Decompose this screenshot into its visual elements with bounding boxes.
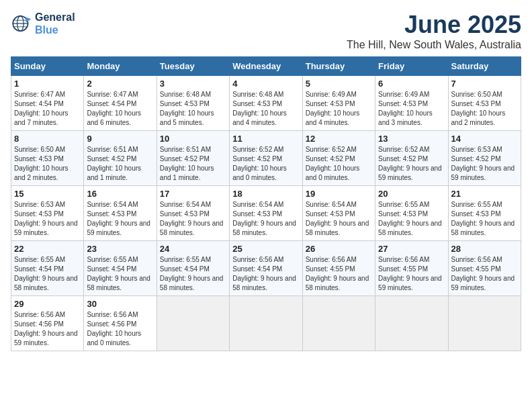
logo-text: General Blue	[35, 11, 75, 36]
calendar-cell	[157, 296, 229, 351]
day-number: 25	[232, 244, 299, 254]
calendar-week-row: 1Sunrise: 6:47 AM Sunset: 4:54 PM Daylig…	[11, 76, 521, 131]
day-header-saturday: Saturday	[448, 57, 521, 76]
calendar-table: SundayMondayTuesdayWednesdayThursdayFrid…	[11, 56, 521, 351]
day-number: 22	[14, 244, 81, 254]
day-info: Sunrise: 6:55 AM Sunset: 4:54 PM Dayligh…	[87, 255, 153, 293]
day-number: 11	[232, 134, 299, 144]
day-header-sunday: Sunday	[11, 57, 84, 76]
day-number: 1	[14, 79, 81, 89]
calendar-cell: 28Sunrise: 6:56 AM Sunset: 4:55 PM Dayli…	[448, 241, 521, 296]
day-info: Sunrise: 6:49 AM Sunset: 4:53 PM Dayligh…	[378, 90, 445, 128]
calendar-cell	[302, 296, 375, 351]
day-info: Sunrise: 6:56 AM Sunset: 4:55 PM Dayligh…	[378, 255, 445, 293]
header: General Blue June 2025 The Hill, New Sou…	[11, 11, 521, 51]
day-number: 18	[232, 189, 299, 199]
day-number: 20	[378, 189, 445, 199]
calendar-title: June 2025	[347, 11, 521, 39]
day-number: 17	[160, 189, 226, 199]
calendar-cell: 23Sunrise: 6:55 AM Sunset: 4:54 PM Dayli…	[84, 241, 157, 296]
day-number: 16	[87, 189, 153, 199]
day-number: 29	[14, 299, 81, 309]
calendar-cell: 7Sunrise: 6:50 AM Sunset: 4:53 PM Daylig…	[448, 76, 521, 131]
day-header-monday: Monday	[84, 57, 157, 76]
calendar-cell: 26Sunrise: 6:56 AM Sunset: 4:55 PM Dayli…	[302, 241, 375, 296]
day-info: Sunrise: 6:54 AM Sunset: 4:53 PM Dayligh…	[160, 200, 226, 238]
day-info: Sunrise: 6:55 AM Sunset: 4:53 PM Dayligh…	[451, 200, 518, 238]
day-info: Sunrise: 6:48 AM Sunset: 4:53 PM Dayligh…	[160, 90, 226, 128]
day-header-thursday: Thursday	[302, 57, 375, 76]
calendar-cell: 22Sunrise: 6:55 AM Sunset: 4:54 PM Dayli…	[11, 241, 84, 296]
day-number: 3	[160, 79, 226, 89]
day-info: Sunrise: 6:52 AM Sunset: 4:52 PM Dayligh…	[378, 145, 445, 183]
calendar-cell: 14Sunrise: 6:53 AM Sunset: 4:52 PM Dayli…	[448, 131, 521, 186]
day-number: 30	[87, 299, 153, 309]
calendar-cell: 30Sunrise: 6:56 AM Sunset: 4:56 PM Dayli…	[84, 296, 157, 351]
day-info: Sunrise: 6:51 AM Sunset: 4:52 PM Dayligh…	[87, 145, 153, 183]
day-number: 26	[306, 244, 372, 254]
calendar-cell: 16Sunrise: 6:54 AM Sunset: 4:53 PM Dayli…	[84, 186, 157, 241]
calendar-week-row: 22Sunrise: 6:55 AM Sunset: 4:54 PM Dayli…	[11, 241, 521, 296]
day-info: Sunrise: 6:53 AM Sunset: 4:52 PM Dayligh…	[451, 145, 518, 183]
day-info: Sunrise: 6:56 AM Sunset: 4:55 PM Dayligh…	[451, 255, 518, 293]
day-number: 4	[232, 79, 299, 89]
day-info: Sunrise: 6:56 AM Sunset: 4:56 PM Dayligh…	[87, 310, 153, 348]
calendar-cell: 18Sunrise: 6:54 AM Sunset: 4:53 PM Dayli…	[230, 186, 302, 241]
calendar-cell: 9Sunrise: 6:51 AM Sunset: 4:52 PM Daylig…	[84, 131, 157, 186]
day-info: Sunrise: 6:55 AM Sunset: 4:53 PM Dayligh…	[378, 200, 445, 238]
calendar-cell: 27Sunrise: 6:56 AM Sunset: 4:55 PM Dayli…	[375, 241, 448, 296]
day-number: 15	[14, 189, 81, 199]
day-info: Sunrise: 6:55 AM Sunset: 4:54 PM Dayligh…	[160, 255, 226, 293]
calendar-header-row: SundayMondayTuesdayWednesdayThursdayFrid…	[11, 57, 521, 76]
calendar-cell: 11Sunrise: 6:52 AM Sunset: 4:52 PM Dayli…	[230, 131, 302, 186]
day-header-wednesday: Wednesday	[230, 57, 302, 76]
day-info: Sunrise: 6:56 AM Sunset: 4:56 PM Dayligh…	[14, 310, 81, 348]
day-info: Sunrise: 6:56 AM Sunset: 4:54 PM Dayligh…	[232, 255, 299, 293]
calendar-cell	[230, 296, 302, 351]
day-info: Sunrise: 6:52 AM Sunset: 4:52 PM Dayligh…	[232, 145, 299, 183]
day-number: 7	[451, 79, 518, 89]
day-info: Sunrise: 6:50 AM Sunset: 4:53 PM Dayligh…	[451, 90, 518, 128]
calendar-cell: 24Sunrise: 6:55 AM Sunset: 4:54 PM Dayli…	[157, 241, 229, 296]
calendar-cell: 2Sunrise: 6:47 AM Sunset: 4:54 PM Daylig…	[84, 76, 157, 131]
day-number: 28	[451, 244, 518, 254]
calendar-cell: 29Sunrise: 6:56 AM Sunset: 4:56 PM Dayli…	[11, 296, 84, 351]
calendar-cell	[448, 296, 521, 351]
calendar-cell: 6Sunrise: 6:49 AM Sunset: 4:53 PM Daylig…	[375, 76, 448, 131]
calendar-cell: 25Sunrise: 6:56 AM Sunset: 4:54 PM Dayli…	[230, 241, 302, 296]
day-number: 6	[378, 79, 445, 89]
day-info: Sunrise: 6:47 AM Sunset: 4:54 PM Dayligh…	[14, 90, 81, 128]
calendar-week-row: 29Sunrise: 6:56 AM Sunset: 4:56 PM Dayli…	[11, 296, 521, 351]
calendar-cell: 3Sunrise: 6:48 AM Sunset: 4:53 PM Daylig…	[157, 76, 229, 131]
day-info: Sunrise: 6:54 AM Sunset: 4:53 PM Dayligh…	[232, 200, 299, 238]
calendar-cell: 1Sunrise: 6:47 AM Sunset: 4:54 PM Daylig…	[11, 76, 84, 131]
calendar-cell: 5Sunrise: 6:49 AM Sunset: 4:53 PM Daylig…	[302, 76, 375, 131]
day-header-tuesday: Tuesday	[157, 57, 229, 76]
day-number: 23	[87, 244, 153, 254]
day-info: Sunrise: 6:47 AM Sunset: 4:54 PM Dayligh…	[87, 90, 153, 128]
calendar-cell: 20Sunrise: 6:55 AM Sunset: 4:53 PM Dayli…	[375, 186, 448, 241]
calendar-cell: 21Sunrise: 6:55 AM Sunset: 4:53 PM Dayli…	[448, 186, 521, 241]
title-area: June 2025 The Hill, New South Wales, Aus…	[347, 11, 521, 51]
calendar-cell: 13Sunrise: 6:52 AM Sunset: 4:52 PM Dayli…	[375, 131, 448, 186]
day-info: Sunrise: 6:50 AM Sunset: 4:53 PM Dayligh…	[14, 145, 81, 183]
calendar-cell: 15Sunrise: 6:53 AM Sunset: 4:53 PM Dayli…	[11, 186, 84, 241]
day-number: 2	[87, 79, 153, 89]
day-number: 21	[451, 189, 518, 199]
calendar-cell: 12Sunrise: 6:52 AM Sunset: 4:52 PM Dayli…	[302, 131, 375, 186]
day-info: Sunrise: 6:48 AM Sunset: 4:53 PM Dayligh…	[232, 90, 299, 128]
logo-icon	[11, 13, 32, 34]
calendar-week-row: 8Sunrise: 6:50 AM Sunset: 4:53 PM Daylig…	[11, 131, 521, 186]
day-info: Sunrise: 6:54 AM Sunset: 4:53 PM Dayligh…	[306, 200, 372, 238]
calendar-cell: 17Sunrise: 6:54 AM Sunset: 4:53 PM Dayli…	[157, 186, 229, 241]
calendar-cell: 19Sunrise: 6:54 AM Sunset: 4:53 PM Dayli…	[302, 186, 375, 241]
calendar-cell: 8Sunrise: 6:50 AM Sunset: 4:53 PM Daylig…	[11, 131, 84, 186]
day-number: 24	[160, 244, 226, 254]
day-number: 5	[306, 79, 372, 89]
day-number: 27	[378, 244, 445, 254]
logo: General Blue	[11, 11, 75, 36]
calendar-cell: 4Sunrise: 6:48 AM Sunset: 4:53 PM Daylig…	[230, 76, 302, 131]
day-number: 12	[306, 134, 372, 144]
day-info: Sunrise: 6:53 AM Sunset: 4:53 PM Dayligh…	[14, 200, 81, 238]
calendar-cell	[375, 296, 448, 351]
